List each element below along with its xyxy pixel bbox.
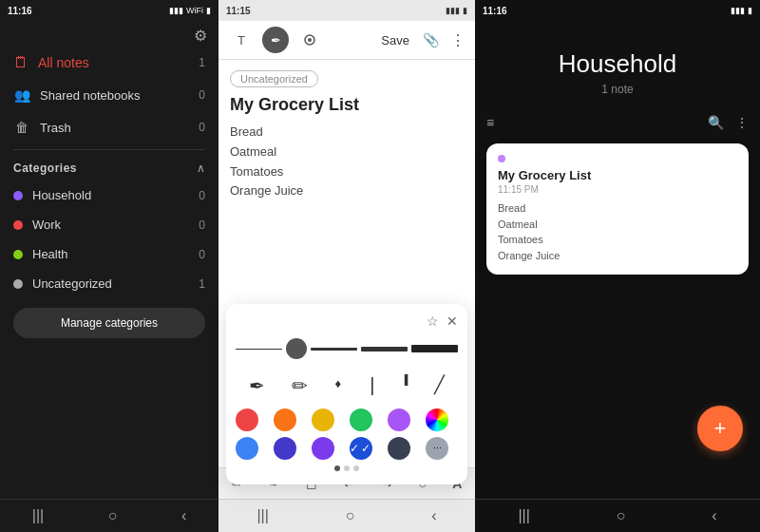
chevron-up-icon[interactable]: ∧ [197, 162, 205, 175]
status-time-mid: 11:15 [226, 6, 251, 16]
fab-plus-icon: + [714, 418, 727, 439]
color-orange[interactable] [274, 408, 296, 431]
brush-icon [303, 33, 316, 47]
color-blue[interactable] [236, 437, 258, 460]
sidebar-item-trash[interactable]: 🗑 Trash 0 [0, 111, 218, 143]
category-work[interactable]: Work 0 [0, 210, 218, 239]
color-violet[interactable] [312, 437, 334, 460]
pen-type-6-icon[interactable]: ╱ [434, 374, 445, 397]
pen-tool-button[interactable]: ✒ [262, 27, 289, 53]
note-body: Bread Oatmeal Tomatoes Orange Juice [230, 123, 464, 201]
note-line-3: Tomatoes [230, 162, 464, 182]
color-yellow[interactable] [312, 408, 334, 431]
status-bar-left: 11:16 ▮▮▮ WiFi ▮ [0, 0, 218, 21]
stroke-thin [236, 349, 282, 350]
work-dot [13, 220, 23, 230]
category-health[interactable]: Health 0 [0, 239, 218, 269]
sidebar-item-shared-notebooks[interactable]: 👥 Shared notebooks 0 [0, 79, 218, 111]
household-label: Household [32, 188, 189, 202]
shared-notebooks-label: Shared notebooks [40, 88, 189, 103]
stroke-selector[interactable] [286, 338, 307, 359]
all-notes-badge: 1 [199, 56, 205, 69]
note-card[interactable]: My Grocery List 11:15 PM Bread Oatmeal T… [486, 143, 749, 275]
save-button[interactable]: Save [381, 33, 409, 48]
color-dark[interactable] [388, 437, 410, 460]
bottom-nav-back-icon[interactable]: ‹ [181, 507, 186, 524]
sidebar-panel: 11:16 ▮▮▮ WiFi ▮ ⚙ 🗒 All notes 1 👥 Share… [0, 0, 218, 532]
manage-categories-button[interactable]: Manage categories [13, 308, 205, 338]
note-line-2: Oatmeal [230, 142, 464, 162]
bottom-nav-home-icon[interactable]: ○ [108, 507, 118, 524]
category-view-panel: 11:16 ▮▮▮ ▮ Household 1 note ≡ 🔍 ⋮ My Gr… [475, 0, 760, 532]
color-green[interactable] [350, 408, 372, 431]
more-button[interactable]: ⋮ [450, 31, 466, 49]
stroke-thick [361, 347, 408, 352]
status-bar-mid: 11:15 ▮▮▮ ▮ [218, 0, 475, 21]
category-top-bar: ≡ 🔍 ⋮ [475, 111, 760, 134]
health-dot [13, 250, 23, 259]
search-icon-right[interactable]: 🔍 [708, 115, 724, 130]
bottom-nav-lines-icon-mid[interactable]: ||| [256, 507, 268, 524]
pen-type-4-icon[interactable]: | [370, 374, 374, 397]
picker-page-dots [236, 466, 458, 471]
uncategorized-badge: 1 [199, 277, 205, 291]
note-card-time: 11:15 PM [498, 184, 737, 195]
favorite-icon[interactable]: ☆ [427, 314, 439, 329]
pen-icons-row: ✒ ✏ ⬧ | ▐ ╱ [236, 370, 458, 401]
color-red[interactable] [236, 408, 258, 431]
bottom-nav-lines-icon[interactable]: ||| [32, 507, 44, 524]
all-notes-row[interactable]: 🗒 All notes 1 [0, 47, 218, 79]
category-household[interactable]: Household 0 [0, 180, 218, 210]
pen-type-1-icon[interactable]: ✒ [249, 374, 265, 397]
pen-type-2-icon[interactable]: ✏ [292, 374, 308, 397]
attach-button[interactable]: 📎 [423, 32, 439, 48]
work-badge: 0 [199, 218, 205, 232]
categories-header: Categories ∧ [0, 156, 218, 180]
close-picker-button[interactable]: ✕ [446, 314, 458, 329]
battery-icon: ▮ [206, 6, 211, 15]
trash-badge: 0 [199, 121, 205, 134]
color-darkblue[interactable]: ✓ [350, 437, 372, 460]
color-grid-icon[interactable]: ⋯ [426, 437, 448, 460]
status-bar-right: 11:16 ▮▮▮ ▮ [475, 0, 760, 21]
more-icon-right[interactable]: ⋮ [735, 115, 749, 130]
uncategorized-dot [13, 279, 23, 289]
bottom-nav-home-icon-mid[interactable]: ○ [346, 507, 355, 524]
bottom-nav-mid: ||| ○ ‹ [218, 499, 475, 532]
divider [13, 149, 205, 150]
brush-tool-button[interactable] [296, 27, 323, 53]
color-purple[interactable] [388, 408, 410, 431]
status-time-left: 11:16 [8, 6, 32, 16]
bottom-nav-back-icon-right[interactable]: ‹ [712, 507, 716, 524]
gear-icon[interactable]: ⚙ [194, 27, 207, 45]
wifi-icon: WiFi [186, 6, 203, 15]
editor-panel: 11:15 ▮▮▮ ▮ T ✒ Save 📎 ⋮ Uncategorized M… [218, 0, 475, 532]
menu-icon-right[interactable]: ≡ [486, 115, 494, 130]
color-indigo[interactable] [274, 437, 296, 460]
household-badge: 0 [199, 189, 205, 202]
status-icons-left: ▮▮▮ WiFi ▮ [169, 6, 211, 15]
pen-type-5-icon[interactable]: ▐ [401, 374, 408, 397]
note-tag[interactable]: Uncategorized [230, 70, 318, 87]
card-line-1: Bread [498, 200, 737, 217]
color-gradient[interactable] [426, 408, 448, 431]
pen-type-3-icon[interactable]: ⬧ [333, 374, 343, 397]
all-notes-label: All notes [38, 55, 189, 70]
note-card-title: My Grocery List [498, 168, 737, 182]
shared-notebooks-badge: 0 [199, 88, 205, 102]
bottom-nav-home-icon-right[interactable]: ○ [617, 507, 626, 524]
bottom-nav-lines-icon-right[interactable]: ||| [518, 507, 529, 524]
trash-label: Trash [40, 121, 189, 135]
panel-right-content: Household 1 note ≡ 🔍 ⋮ My Grocery List 1… [475, 21, 760, 499]
battery-icon-mid: ▮ [463, 6, 467, 15]
categories-title: Categories [13, 162, 77, 175]
signal-icon: ▮▮▮ [169, 6, 183, 15]
text-tool-button[interactable]: T [228, 27, 255, 53]
battery-icon-right: ▮ [748, 6, 752, 15]
bottom-nav-back-icon-mid[interactable]: ‹ [431, 507, 436, 524]
all-notes-icon: 🗒 [13, 54, 28, 71]
category-uncategorized[interactable]: Uncategorized 1 [0, 269, 218, 298]
health-badge: 0 [199, 248, 205, 261]
fab-add-button[interactable]: + [697, 406, 743, 451]
color-grid: ✓ ⋯ [236, 408, 458, 460]
